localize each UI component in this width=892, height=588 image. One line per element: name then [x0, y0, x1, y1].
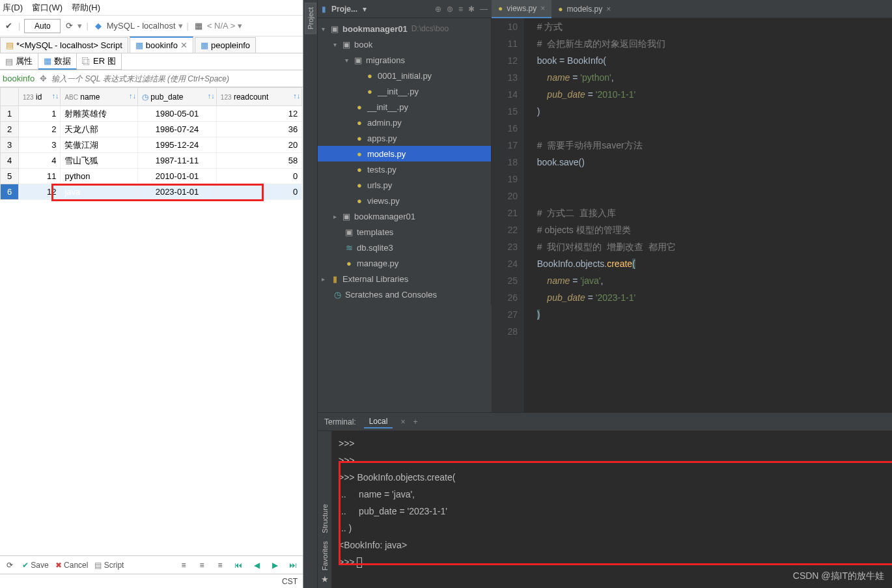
diagram-icon: ⿻ — [82, 57, 91, 66]
tab-models[interactable]: ●models.py× — [551, 0, 617, 18]
table-row[interactable]: 11射雕英雄传1980-05-0112 — [1, 106, 303, 122]
table-row[interactable]: 22天龙八部1986-07-2436 — [1, 122, 303, 137]
hide-icon[interactable]: — — [480, 5, 488, 14]
star-icon[interactable]: ★ — [318, 574, 332, 584]
python-icon: ● — [558, 5, 563, 14]
tree-external[interactable]: ▸▮External Libraries — [318, 271, 491, 287]
terminal-body[interactable]: >>> >>> >>> BookInfo.objects.create( ...… — [332, 431, 892, 588]
tree-file[interactable]: ●0001_initial.py — [318, 68, 491, 83]
tree-file[interactable]: ●views.py — [318, 193, 491, 208]
last-page-icon[interactable]: ⏭ — [287, 559, 299, 571]
dropdown-icon[interactable]: ▾ — [363, 5, 367, 14]
terminal-title: Terminal: — [324, 417, 356, 427]
header-rownum[interactable] — [1, 88, 19, 106]
table-row[interactable]: 33笑傲江湖1995-12-2420 — [1, 137, 303, 153]
subtab-er[interactable]: ⿻ER 图 — [77, 53, 122, 70]
tab-peopleinfo[interactable]: ▦peopleinfo — [195, 37, 256, 53]
close-icon[interactable]: × — [400, 417, 405, 427]
code-lines[interactable]: # 方式 # 会把新生成的对象返回给我们 book = BookInfo( na… — [524, 18, 892, 412]
dropdown-icon[interactable]: ▾ — [77, 21, 82, 31]
tree-file[interactable]: ●tests.py — [318, 161, 491, 177]
tree-file[interactable]: ●__init__.py — [318, 83, 491, 99]
tree-file[interactable]: ●urls.py — [318, 177, 491, 193]
menu-help[interactable]: 帮助(H) — [72, 2, 100, 14]
schema-combo[interactable]: < N/A > — [207, 21, 235, 31]
tree-root[interactable]: ▾▣bookmanager01D:\dcs\boo — [318, 21, 491, 36]
cancel-button[interactable]: ✖ Cancel — [55, 561, 89, 570]
grid-bottom-bar: ⟳ ✔ Save ✖ Cancel ▤ Script ≡ ≡ ≡ ⏮ ◀ ▶ ⏭ — [0, 555, 303, 574]
schema-icon: ▦ — [193, 20, 204, 32]
sidebar-tab-favorites[interactable]: Favorites — [320, 537, 330, 574]
tree-manage[interactable]: ●manage.py — [318, 255, 491, 271]
subtab-data[interactable]: ▦数据 — [38, 53, 77, 70]
ide-panel: Project ▮ Proje... ▾ ⊕ ⊚ ≡ ✱ — ▾▣bookman… — [303, 0, 892, 588]
table-row-selected[interactable]: 612java2023-01-010 — [1, 184, 303, 200]
scope-icon[interactable]: ⊕ — [435, 5, 441, 14]
add-tab-icon[interactable]: + — [413, 417, 417, 427]
subtabs: ▤属性 ▦数据 ⿻ER 图 — [0, 53, 303, 70]
table-row[interactable]: 44雪山飞狐1987-11-1158 — [1, 153, 303, 169]
gear-icon[interactable]: ✱ — [468, 5, 475, 14]
subtab-attrs[interactable]: ▤属性 — [0, 53, 38, 70]
table-icon: ▦ — [135, 40, 143, 50]
table-row[interactable]: 511python2010-01-010 — [1, 169, 303, 184]
tree-bm01[interactable]: ▸▣bookmanager01 — [318, 208, 491, 224]
tab-bookinfo[interactable]: ▦bookinfo✕ — [130, 36, 193, 53]
script-button[interactable]: ▤ Script — [94, 561, 124, 570]
editor-area: ●views.py× ●models.py× 10111213141516171… — [492, 0, 892, 412]
nav-prev-icon[interactable]: ≡ — [196, 559, 208, 571]
code-editor[interactable]: 10111213141516171819202122232425262728 #… — [492, 18, 892, 412]
select-opened-icon[interactable]: ⊚ — [447, 5, 453, 14]
refresh-icon[interactable]: ⟳ — [4, 559, 16, 571]
commit-icon[interactable]: ✔ — [3, 20, 14, 32]
tree-file[interactable]: ●admin.py — [318, 115, 491, 130]
tree-book[interactable]: ▾▣book — [318, 36, 491, 52]
datasource-combo[interactable]: MySQL - localhost — [107, 21, 176, 31]
tree-file[interactable]: ●__init__.py — [318, 99, 491, 115]
filter-pin-icon[interactable]: ✥ — [37, 73, 49, 85]
header-name[interactable]: ABC name↑↓ — [61, 88, 138, 106]
editor-tabs: ●views.py× ●models.py× — [492, 0, 892, 18]
save-button[interactable]: ✔ Save — [22, 561, 49, 570]
project-tree[interactable]: ▾▣bookmanager01D:\dcs\boo ▾▣book ▾▣migra… — [318, 18, 492, 305]
sidebar-tab-structure[interactable]: Structure — [320, 500, 330, 537]
close-icon[interactable]: × — [540, 4, 545, 13]
terminal-tab-local[interactable]: Local — [364, 415, 393, 428]
tx-mode-field[interactable] — [24, 19, 61, 33]
first-page-icon[interactable]: ⏮ — [232, 559, 244, 571]
collapse-icon[interactable]: ≡ — [458, 5, 463, 14]
tab-script[interactable]: ▤*<MySQL - localhost> Script — [0, 37, 128, 53]
top-split: ▮ Proje... ▾ ⊕ ⊚ ≡ ✱ — ▾▣bookmanager01D:… — [318, 0, 892, 412]
header-pubdate[interactable]: ◷ pub_date↑↓ — [138, 88, 217, 106]
prev-page-icon[interactable]: ◀ — [251, 559, 262, 571]
nav-first-icon[interactable]: ≡ — [178, 559, 189, 571]
close-icon[interactable]: ✕ — [180, 40, 188, 50]
dropdown-icon[interactable]: ▾ — [178, 21, 183, 31]
grid-icon: ▦ — [44, 56, 51, 66]
menu-database[interactable]: 库(D) — [3, 2, 23, 14]
table-icon: ▦ — [201, 40, 208, 50]
tree-migrations[interactable]: ▾▣migrations — [318, 52, 491, 68]
db-panel: 库(D) 窗口(W) 帮助(H) ✔ | ⟳ ▾ | ◆ MySQL - loc… — [0, 0, 303, 588]
tree-file[interactable]: ●apps.py — [318, 130, 491, 146]
refresh-icon[interactable]: ⟳ — [63, 20, 75, 32]
sidebar-tab-project[interactable]: Project — [305, 3, 316, 34]
tree-file-models[interactable]: ●models.py — [318, 146, 491, 161]
tree-scratch[interactable]: ◷Scratches and Consoles — [318, 287, 491, 302]
close-icon[interactable]: × — [606, 5, 611, 14]
next-page-icon[interactable]: ▶ — [269, 559, 281, 571]
sql-filter-input[interactable] — [49, 74, 303, 83]
project-toolbar: ▮ Proje... ▾ ⊕ ⊚ ≡ ✱ — — [318, 0, 492, 18]
folder-icon: ▮ — [322, 5, 326, 14]
menu-window[interactable]: 窗口(W) — [32, 2, 63, 14]
tree-db[interactable]: ≋db.sqlite3 — [318, 240, 491, 255]
table-name: bookinfo — [0, 74, 37, 83]
header-readcount[interactable]: 123 readcount↑↓ — [216, 88, 301, 106]
tab-views[interactable]: ●views.py× — [492, 0, 551, 18]
dropdown-icon[interactable]: ▾ — [238, 21, 242, 31]
header-id[interactable]: 123 id↑↓ — [19, 88, 61, 106]
tree-templates[interactable]: ▣templates — [318, 224, 491, 240]
data-grid[interactable]: 123 id↑↓ ABC name↑↓ ◷ pub_date↑↓ 123 rea… — [0, 87, 303, 555]
nav-next-icon[interactable]: ≡ — [214, 559, 226, 571]
terminal-header: Terminal: Local × + — [318, 413, 892, 431]
